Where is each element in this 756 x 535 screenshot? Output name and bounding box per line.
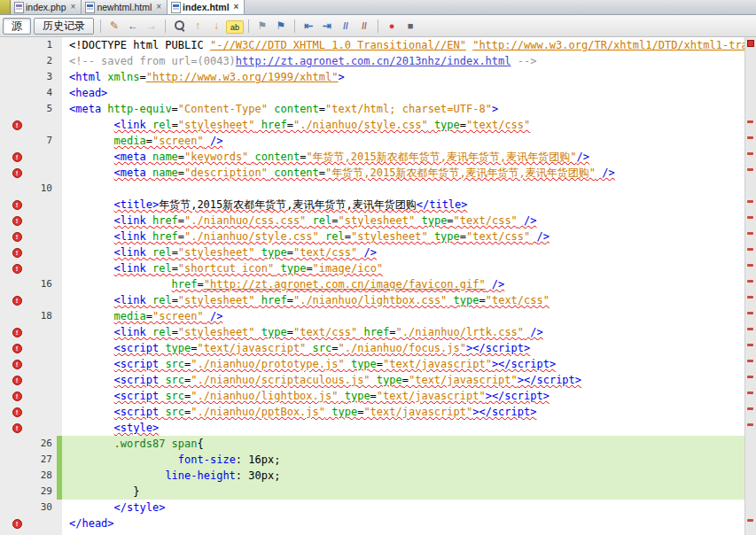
error-stripe-mark[interactable] [747,200,753,203]
code-line[interactable]: ! <link rel="stylesheet" type="text/css"… [0,324,756,340]
code-line[interactable]: 1<!DOCTYPE html PUBLIC "-//W3C//DTD XHTM… [0,37,756,53]
close-tab-icon[interactable]: × [71,3,76,12]
find-selection-button[interactable] [170,18,188,35]
code-line[interactable]: ! <link href="./nianhuo/style.css" rel="… [0,229,756,244]
close-tab-icon[interactable]: × [234,3,239,12]
error-stripe-mark[interactable] [747,423,753,426]
error-stripe[interactable] [744,37,756,535]
error-stripe-mark[interactable] [747,519,753,522]
code-token: "./nianhuo/css.css" [184,214,306,227]
error-badge-icon[interactable]: ! [12,376,22,385]
close-tab-icon[interactable]: × [156,3,161,12]
jump-back-button[interactable]: ← [124,18,142,35]
code-line[interactable]: ! <link href="./nianhuo/css.css" rel="st… [0,213,756,229]
code-line[interactable]: ! <link rel="stylesheet" href="./nianhuo… [0,292,756,308]
error-stripe-mark[interactable] [747,136,753,139]
error-badge-icon[interactable]: ! [12,232,22,242]
error-badge-icon[interactable]: ! [12,264,22,274]
error-stripe-mark[interactable] [747,248,753,251]
error-badge-icon[interactable]: ! [12,344,22,353]
editor-tab-index.php[interactable]: index.php× [11,0,82,14]
shift-right-button[interactable]: ⇥ [318,18,336,35]
error-stripe-mark[interactable] [747,152,753,155]
error-stripe-mark[interactable] [747,360,753,362]
code-line[interactable]: ! <link rel="stylesheet" type="text/css"… [0,244,756,260]
code-line[interactable]: !</head> [0,516,756,531]
code-line[interactable]: 26 .words87 span{ [0,436,756,452]
code-line[interactable]: ! <meta name="keywords" content="年货节,201… [0,149,756,165]
code-token: <!-- saved from url=(0043) [69,55,236,67]
error-stripe-mark[interactable] [747,392,753,394]
code-line[interactable]: 28 line-height: 30px; [0,468,756,484]
code-line[interactable]: ! <title>年货节,2015新农都年货节,麦讯年货节,麦讯年货团购</ti… [0,197,756,213]
jump-forward-button[interactable]: → [143,18,160,35]
error-badge-icon[interactable]: ! [12,248,22,258]
comment-button[interactable]: // [337,18,355,35]
glyph-margin: ! [0,324,34,340]
code-token: "Content-Type" [178,103,268,115]
code-line[interactable]: 16 href="http://zt.agronet.com.cn/image/… [0,276,756,292]
error-stripe-mark[interactable] [747,407,753,410]
previous-bookmark-button[interactable]: ⚑ [253,18,271,35]
code-line[interactable]: 7 media="screen" /> [0,133,756,149]
code-line[interactable]: 30 </style> [0,500,756,516]
error-badge-icon[interactable]: ! [12,423,22,433]
uncomment-button[interactable]: // [355,18,373,35]
code-line[interactable]: ! <link rel="shortcut icon" type="image/… [0,260,756,276]
error-badge-icon[interactable]: ! [12,392,22,401]
error-stripe-mark[interactable] [747,280,753,283]
code-line[interactable]: 2<!-- saved from url=(0043)http://zt.agr… [0,53,756,69]
error-badge-icon[interactable]: ! [12,519,22,529]
error-badge-icon[interactable]: ! [12,168,22,178]
code-line[interactable]: 3<html xmlns="http://www.w3.org/1999/xht… [0,69,756,85]
stop-macro-recording-button[interactable]: ■ [401,18,419,35]
shift-left-button[interactable]: ⇤ [300,18,317,35]
code-line[interactable]: ! <script type="text/javascript" src="./… [0,340,756,356]
error-stripe-mark[interactable] [747,168,753,171]
editor-tab-index.html[interactable]: index.html× [168,0,245,14]
error-badge-icon[interactable]: ! [12,200,22,210]
code-line[interactable]: ! <style> [0,420,756,436]
error-badge-icon[interactable]: ! [12,216,22,226]
next-bookmark-button[interactable]: ⚑ [272,18,290,35]
next-occurrence-button[interactable]: ↓ [207,18,225,35]
error-badge-icon[interactable]: ! [12,407,22,417]
error-stripe-mark[interactable] [747,312,753,314]
error-stripe-mark[interactable] [747,376,753,378]
code-line[interactable]: ! <script src="./nianhuo/prototype.js" t… [0,356,756,372]
code-token: /> [576,151,588,163]
error-stripe-mark[interactable] [747,344,753,346]
code-line[interactable]: 29 } [0,484,756,500]
editor-tab-newhtml.html[interactable]: newhtml.html× [82,0,168,14]
error-badge-icon[interactable]: ! [12,120,22,130]
code-line[interactable]: 27 font-size: 16px; [0,452,756,468]
error-stripe-mark[interactable] [747,296,753,299]
code-line[interactable]: ! <link rel="stylesheet" href="./nianhuo… [0,117,756,133]
error-stripe-mark[interactable] [747,232,753,235]
error-stripe-mark[interactable] [747,264,753,267]
code-line[interactable]: ! <script src="./nianhuo/lightbox.js" ty… [0,388,756,404]
history-view-button[interactable]: 历史记录 [34,18,94,35]
code-line[interactable]: 18 media="screen" /> [0,308,756,324]
start-macro-recording-button[interactable]: ● [383,18,401,35]
error-stripe-mark[interactable] [747,120,753,123]
source-view-button[interactable]: 源 [3,18,31,35]
error-badge-icon[interactable]: ! [12,360,22,369]
error-stripe-mark[interactable] [747,216,753,219]
last-edit-location-button[interactable]: ✎ [105,18,123,35]
code-line[interactable]: 4<head> [0,85,756,101]
code-line[interactable]: 5<meta http-equiv="Content-Type" content… [0,101,756,117]
error-badge-icon[interactable]: ! [12,152,22,162]
toggle-highlight-button[interactable]: ab [226,20,244,34]
error-stripe-mark[interactable] [747,328,753,330]
previous-occurrence-button[interactable]: ↑ [189,18,207,35]
code-line[interactable]: ! <meta name="description" content="年货节,… [0,165,756,181]
code-line[interactable]: ! <script src="./nianhuo/scriptaculous.j… [0,372,756,388]
code-line[interactable]: 10 [0,181,756,197]
code-line[interactable]: ! <script src="./nianhuo/pptBox.js" type… [0,404,756,420]
code-editor[interactable]: 1<!DOCTYPE html PUBLIC "-//W3C//DTD XHTM… [0,37,756,535]
code-token: .words87 span [114,438,198,450]
tab-strip-corner-icon[interactable] [0,0,11,14]
error-badge-icon[interactable]: ! [12,296,22,306]
error-badge-icon[interactable]: ! [12,328,22,337]
